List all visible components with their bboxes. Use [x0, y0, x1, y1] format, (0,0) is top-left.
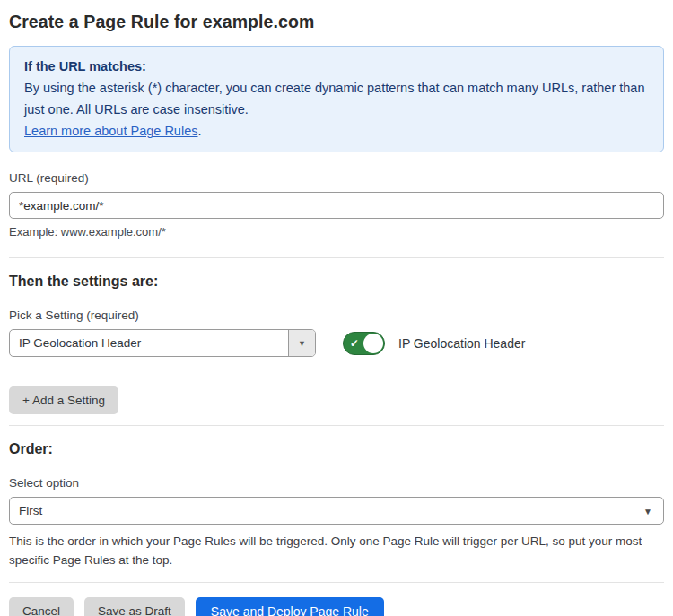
setting-picker-value: IP Geolocation Header	[10, 330, 288, 356]
save-deploy-button[interactable]: Save and Deploy Page Rule	[196, 597, 384, 616]
setting-picker-select[interactable]: IP Geolocation Header ▼	[9, 329, 316, 357]
info-box-link-line: Learn more about Page Rules.	[24, 120, 649, 142]
create-page-rule-panel: Create a Page Rule for example.com If th…	[0, 0, 673, 616]
ip-geolocation-toggle[interactable]: ✓	[343, 332, 385, 355]
info-box-heading: If the URL matches:	[24, 56, 649, 77]
divider-settings	[9, 257, 664, 258]
save-draft-button[interactable]: Save as Draft	[84, 597, 185, 616]
caret-down-icon[interactable]: ▼	[288, 330, 315, 356]
add-setting-button[interactable]: + Add a Setting	[9, 386, 118, 414]
cancel-button[interactable]: Cancel	[9, 597, 74, 616]
info-box-body: By using the asterisk (*) character, you…	[24, 77, 649, 120]
url-field-label: URL (required)	[9, 171, 664, 185]
setting-row: IP Geolocation Header ▼ ✓ IP Geolocation…	[9, 329, 664, 357]
toggle-label: IP Geolocation Header	[398, 336, 525, 351]
url-input[interactable]	[9, 192, 664, 219]
url-matches-info-box: If the URL matches: By using the asteris…	[9, 46, 664, 152]
order-select-value: First	[19, 504, 42, 517]
settings-section-heading: Then the settings are:	[9, 273, 664, 290]
footer-button-row: Cancel Save as Draft Save and Deploy Pag…	[9, 597, 664, 616]
order-helper-text: This is the order in which your Page Rul…	[9, 532, 659, 569]
page-title: Create a Page Rule for example.com	[9, 12, 664, 32]
pick-setting-label: Pick a Setting (required)	[9, 308, 664, 322]
check-icon: ✓	[350, 338, 359, 349]
order-select-label: Select option	[9, 476, 664, 490]
caret-down-icon: ▼	[643, 506, 652, 516]
divider-order	[9, 425, 664, 426]
learn-more-link[interactable]: Learn more about Page Rules	[24, 124, 197, 138]
toggle-knob	[363, 334, 383, 353]
link-suffix: .	[197, 124, 201, 138]
url-helper-text: Example: www.example.com/*	[9, 225, 664, 239]
order-section-heading: Order:	[9, 441, 664, 457]
divider-footer	[9, 582, 664, 583]
order-select[interactable]: First ▼	[9, 497, 664, 525]
